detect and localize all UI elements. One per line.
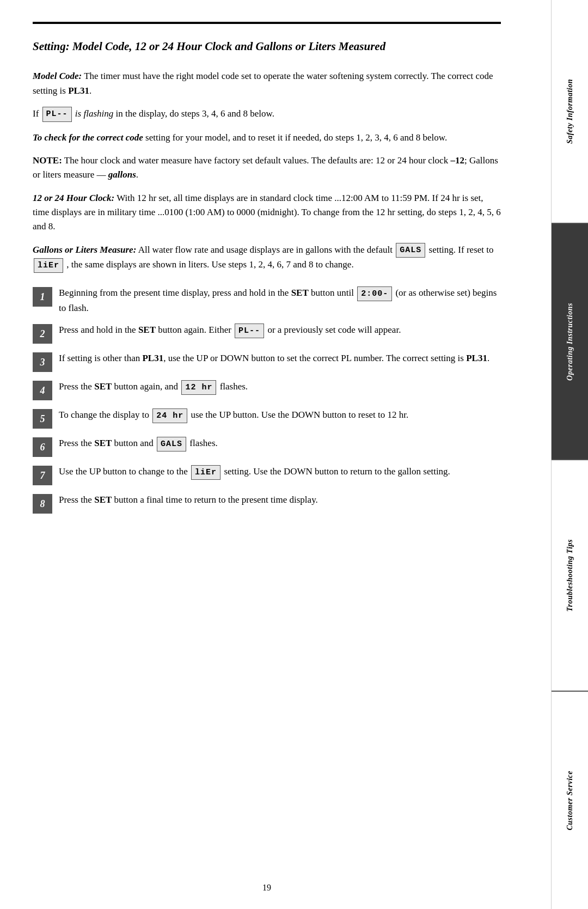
to-check-para: To check for the correct code setting fo… — [33, 131, 501, 145]
gallons-para: Gallons or Liters Measure: All water flo… — [33, 243, 501, 273]
step-item-1: 1Beginning from the present time display… — [33, 286, 501, 315]
sidebar-section-safety: Safety Information — [552, 0, 588, 224]
step-normal-text: Beginning from the present time display,… — [59, 288, 291, 298]
step-normal-text: button again, and — [112, 381, 180, 392]
step-number-4: 4 — [33, 381, 52, 400]
step-normal-text: flashes. — [217, 381, 248, 392]
step-number-8: 8 — [33, 494, 52, 514]
model-code-text1: The timer must have the right model code… — [33, 71, 493, 95]
step-normal-text: . — [487, 353, 489, 363]
step-lcd-display: liEr — [191, 465, 220, 480]
step-text-5: To change the display to 24 hr use the U… — [59, 408, 501, 423]
note-label: NOTE: — [33, 155, 62, 166]
main-content: Setting: Model Code, 12 or 24 Hour Clock… — [0, 0, 534, 909]
model-code-pl31: PL31 — [68, 86, 89, 96]
to-check-italic: To check for the correct code — [33, 132, 143, 143]
step-item-4: 4Press the SET button again, and 12 hr f… — [33, 380, 501, 400]
step-item-5: 5To change the display to 24 hr use the … — [33, 408, 501, 429]
step-normal-text: If setting is other than — [59, 353, 142, 363]
step-text-3: If setting is other than PL31, use the U… — [59, 351, 501, 365]
note-end: . — [136, 169, 138, 180]
step-normal-text: Press the — [59, 381, 94, 392]
step-normal-text: Use the UP button to change to the — [59, 466, 190, 477]
step-lcd-display: 2:00- — [357, 286, 392, 301]
step-bold-text: PL31 — [466, 353, 487, 363]
steps-container: 1Beginning from the present time display… — [33, 286, 501, 514]
note-para: NOTE: The hour clock and water measure h… — [33, 154, 501, 182]
to-check-rest: setting for your model, and to reset it … — [143, 132, 447, 143]
note-text1: The hour clock and water measure have fa… — [62, 155, 451, 166]
is-flashing-text: is flashing — [73, 108, 114, 119]
gallons-label: Gallons or Liters Measure: — [33, 245, 136, 255]
liter-display: liEr — [34, 258, 63, 273]
model-code-period: . — [89, 86, 91, 96]
step-text-4: Press the SET button again, and 12 hr fl… — [59, 380, 501, 395]
step-number-7: 7 — [33, 466, 52, 485]
step-lcd-display: GALS — [157, 437, 186, 452]
note-gallons: gallons — [108, 169, 136, 180]
step-text-7: Use the UP button to change to the liEr … — [59, 465, 501, 480]
model-code-para: Model Code: The timer must have the righ… — [33, 69, 501, 98]
gallons-text3: , the same displays are shown in liters.… — [64, 259, 354, 270]
step-number-1: 1 — [33, 287, 52, 307]
step-lcd-display: 12 hr — [181, 380, 216, 395]
step-item-2: 2Press and hold in the SET button again.… — [33, 323, 501, 344]
sidebar-section-troubleshooting: Troubleshooting Tips — [552, 460, 588, 692]
sidebar-label-operating: Operating Instructions — [566, 303, 574, 381]
step-lcd-display: 24 hr — [152, 408, 187, 423]
sidebar-label-customer: Customer Service — [566, 771, 574, 831]
step-normal-text: button a final time to return to the pre… — [112, 495, 317, 505]
page-container: Setting: Model Code, 12 or 24 Hour Clock… — [0, 0, 588, 909]
step-bold-text: SET — [94, 381, 112, 392]
page-number: 19 — [0, 883, 534, 893]
clock-para: 12 or 24 Hour Clock: With 12 hr set, all… — [33, 191, 501, 234]
page-title: Setting: Model Code, 12 or 24 Hour Clock… — [33, 39, 501, 54]
step-number-3: 3 — [33, 352, 52, 372]
model-code-label: Model Code: — [33, 71, 82, 81]
gals-display: GALS — [396, 243, 425, 258]
gallons-text2: setting. If reset to — [426, 245, 493, 255]
step-normal-text: Press the — [59, 495, 94, 505]
step-normal-text: or a previously set code will appear. — [265, 325, 401, 335]
sidebar-section-operating: Operating Instructions — [552, 224, 588, 461]
step-bold-text: SET — [94, 495, 112, 505]
pl-display: PL-- — [42, 107, 72, 121]
sidebar-section-customer: Customer Service — [552, 692, 588, 909]
step-lcd-display: PL-- — [235, 324, 264, 338]
gallons-text1: All water flow rate and usage displays a… — [136, 245, 395, 255]
step-normal-text: button until — [309, 288, 356, 298]
step-normal-text: button and — [112, 438, 156, 448]
step-normal-text: use the UP button. Use the DOWN button t… — [188, 410, 408, 420]
step-text-6: Press the SET button and GALS flashes. — [59, 436, 501, 452]
step-item-6: 6Press the SET button and GALS flashes. — [33, 436, 501, 457]
top-rule — [33, 22, 501, 24]
step-text-8: Press the SET button a final time to ret… — [59, 493, 501, 507]
step-normal-text: To change the display to — [59, 410, 151, 420]
step-normal-text: Press and hold in the — [59, 325, 138, 335]
step-number-5: 5 — [33, 409, 52, 429]
step-item-7: 7Use the UP button to change to the liEr… — [33, 465, 501, 485]
sidebar-label-troubleshooting: Troubleshooting Tips — [566, 539, 574, 612]
step-bold-text: SET — [291, 288, 309, 298]
step-text-2: Press and hold in the SET button again. … — [59, 323, 501, 338]
step-number-6: 6 — [33, 437, 52, 457]
step-bold-text: SET — [94, 438, 112, 448]
note-dash12: –12 — [450, 155, 464, 166]
clock-label: 12 or 24 Hour Clock: — [33, 193, 114, 203]
step-item-8: 8Press the SET button a final time to re… — [33, 493, 501, 514]
sidebar: Safety InformationOperating Instructions… — [551, 0, 588, 909]
sidebar-label-safety: Safety Information — [566, 79, 574, 144]
step-normal-text: flashes. — [187, 438, 218, 448]
flashing-rest-text: in the display, do steps 3, 4, 6 and 8 b… — [113, 108, 274, 119]
step-bold-text: SET — [138, 325, 156, 335]
if-text: If — [33, 108, 39, 119]
step-bold-text: PL31 — [142, 353, 163, 363]
step-text-1: Beginning from the present time display,… — [59, 286, 501, 315]
step-normal-text: Press the — [59, 438, 94, 448]
pl-flashing-para: If PL-- is flashing in the display, do s… — [33, 107, 501, 122]
step-item-3: 3If setting is other than PL31, use the … — [33, 351, 501, 372]
step-normal-text: button again. Either — [156, 325, 234, 335]
step-normal-text: , use the UP or DOWN button to set the c… — [163, 353, 466, 363]
step-normal-text: setting. Use the DOWN button to return t… — [222, 466, 450, 477]
step-number-2: 2 — [33, 324, 52, 344]
